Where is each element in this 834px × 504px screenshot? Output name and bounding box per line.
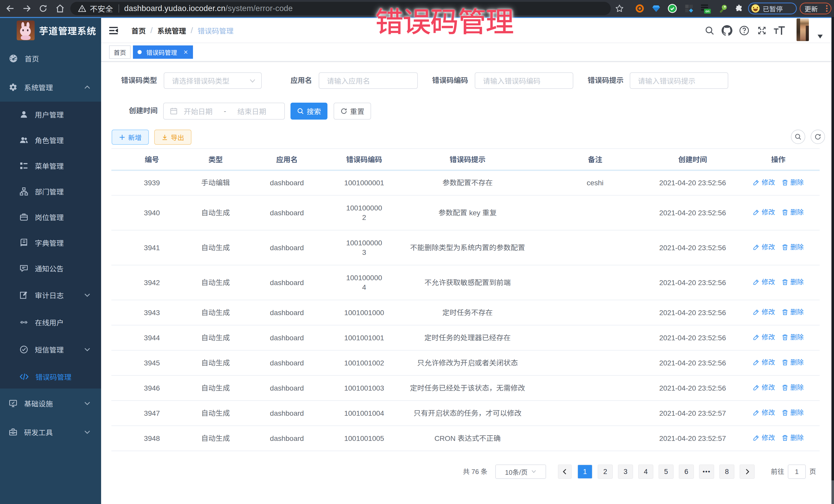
svg-text:on: on (705, 9, 709, 13)
